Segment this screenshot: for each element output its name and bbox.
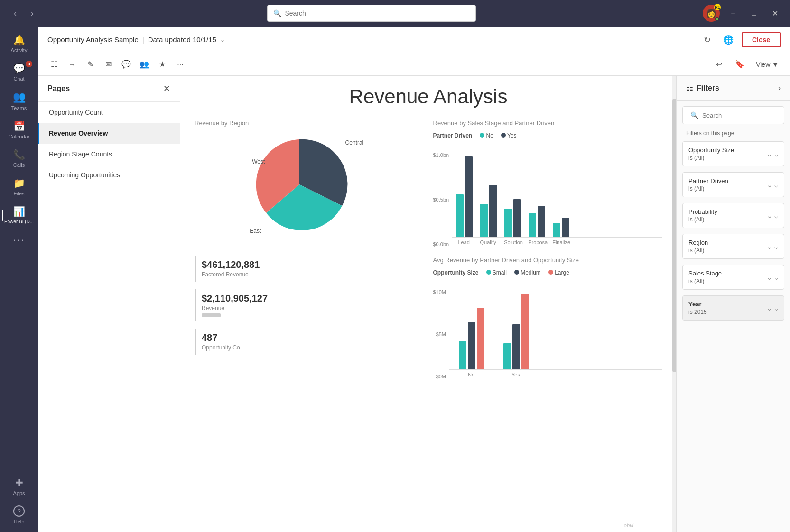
bar-solution-yes[interactable] bbox=[513, 199, 521, 237]
filter-expand-button[interactable]: ⌄ bbox=[767, 274, 772, 281]
kpi-label: Opportunity Co... bbox=[202, 344, 245, 351]
filters-expand-button[interactable]: › bbox=[778, 84, 781, 92]
kpi-revenue: $2,110,905,127 Revenue bbox=[195, 289, 424, 321]
bar-qualify-yes[interactable] bbox=[489, 185, 497, 237]
sidebar-item-files[interactable]: 📁 Files bbox=[2, 174, 36, 200]
avg-bar-yes-large[interactable] bbox=[521, 294, 529, 369]
more-actions-button[interactable]: ··· bbox=[172, 56, 189, 73]
filter-controls: ⌄ ⌵ bbox=[767, 181, 778, 189]
filter-expand-button[interactable]: ⌄ bbox=[767, 181, 772, 189]
bar-legend: Partner Driven No Yes bbox=[433, 132, 662, 139]
sidebar-item-powerbi[interactable]: 📊 Power BI (D... bbox=[2, 202, 36, 228]
page-item-region-stage-counts[interactable]: Region Stage Counts bbox=[38, 144, 180, 165]
kpi-factored-revenue: $461,120,881 Factored Revenue bbox=[195, 256, 424, 282]
nav-arrows: ‹ › bbox=[8, 6, 40, 21]
filter-partner-driven: Partner Driven is (All) ⌄ ⌵ bbox=[682, 172, 784, 197]
filter-expand-button[interactable]: ⌄ bbox=[767, 212, 772, 220]
files-icon: 📁 bbox=[13, 177, 25, 189]
avg-legend-size-label: Opportunity Size bbox=[433, 269, 479, 276]
bar-proposal-yes[interactable] bbox=[538, 206, 545, 237]
global-search-bar[interactable]: 🔍 bbox=[267, 5, 476, 22]
avg-chart-label: Avg Revenue by Partner Driven and Opport… bbox=[433, 257, 662, 264]
comment-button[interactable]: 💬 bbox=[118, 56, 135, 73]
sidebar-item-calls[interactable]: 📞 Calls bbox=[2, 145, 36, 172]
forward-button[interactable]: › bbox=[25, 6, 40, 21]
avg-y-label-bot: $0M bbox=[436, 374, 446, 379]
window-close-button[interactable]: ✕ bbox=[767, 6, 782, 21]
filter-expand-button[interactable]: ⌄ bbox=[767, 304, 772, 312]
avg-bar-no-small[interactable] bbox=[459, 341, 466, 369]
filters-search-bar[interactable]: 🔍 bbox=[682, 106, 784, 124]
avg-bar-yes-small[interactable] bbox=[503, 343, 511, 369]
table-view-button[interactable]: ☷ bbox=[46, 56, 63, 73]
pages-title: Pages bbox=[47, 84, 70, 93]
sidebar-item-chat[interactable]: 💬 Chat 3 bbox=[2, 59, 36, 85]
bar-solution-no[interactable] bbox=[504, 209, 512, 237]
filter-expand-button[interactable]: ⌄ bbox=[767, 150, 772, 158]
filter-clear-button[interactable]: ⌵ bbox=[774, 212, 778, 220]
sidebar-item-apps[interactable]: ✚ Apps bbox=[2, 473, 36, 500]
star-button[interactable]: ★ bbox=[154, 56, 171, 73]
kpi-opportunity-count: 487 Opportunity Co... bbox=[195, 329, 424, 355]
app-header-right: ↻ 🌐 Close bbox=[700, 32, 781, 47]
search-input[interactable] bbox=[285, 9, 470, 17]
refresh-button[interactable]: ↻ bbox=[700, 32, 715, 47]
bar-lead-no[interactable] bbox=[456, 194, 464, 237]
page-item-opportunity-count[interactable]: Opportunity Count bbox=[38, 102, 180, 123]
sidebar-item-calendar[interactable]: 📅 Calendar bbox=[2, 117, 36, 143]
report-area: Pages ✕ Opportunity Count Revenue Overvi… bbox=[38, 76, 790, 532]
filter-clear-button[interactable]: ⌵ bbox=[774, 181, 778, 189]
filter-clear-button[interactable]: ⌵ bbox=[774, 274, 778, 281]
undo-button[interactable]: ↩ bbox=[710, 56, 727, 73]
legend-yes: Yes bbox=[501, 132, 517, 139]
bar-finalize-no[interactable] bbox=[553, 223, 560, 237]
back-button[interactable]: ‹ bbox=[8, 6, 23, 21]
avg-bar-no-medium[interactable] bbox=[468, 322, 475, 369]
west-label: West bbox=[252, 158, 265, 165]
charts-grid: Revenue by Region bbox=[195, 119, 662, 379]
filters-panel: ⚏ Filters › 🔍 Filters on this page Oppor… bbox=[676, 76, 790, 532]
kpi-value: $461,120,881 bbox=[202, 259, 260, 270]
bar-finalize-yes[interactable] bbox=[562, 218, 569, 237]
mail-button[interactable]: ✉ bbox=[100, 56, 117, 73]
content-area: Opportunity Analysis Sample | Data updat… bbox=[38, 27, 790, 532]
minimize-button[interactable]: − bbox=[725, 6, 741, 21]
filter-expand-button[interactable]: ⌄ bbox=[767, 243, 772, 250]
avg-bar-no-large[interactable] bbox=[477, 308, 484, 369]
scroll-indicator[interactable] bbox=[672, 76, 676, 532]
filter-clear-button[interactable]: ⌵ bbox=[774, 150, 778, 158]
avg-bar-legend: Opportunity Size Small Medium Large bbox=[433, 269, 662, 276]
view-dropdown-button[interactable]: View ▼ bbox=[752, 59, 782, 70]
page-item-revenue-overview[interactable]: Revenue Overview bbox=[38, 123, 180, 144]
bar-qualify-no[interactable] bbox=[480, 204, 488, 237]
y-label-mid: $0.5bn bbox=[433, 197, 449, 202]
filter-clear-button[interactable]: ⌵ bbox=[774, 304, 778, 312]
close-button[interactable]: Close bbox=[742, 32, 781, 47]
bar-proposal-no[interactable] bbox=[529, 213, 536, 237]
avg-bar-yes-medium[interactable] bbox=[512, 324, 520, 369]
legend-partner-driven-label: Partner Driven bbox=[433, 132, 473, 139]
filter-clear-button[interactable]: ⌵ bbox=[774, 243, 778, 250]
globe-button[interactable]: 🌐 bbox=[721, 32, 736, 47]
filters-search-input[interactable] bbox=[702, 112, 776, 119]
filter-name: Probability bbox=[688, 208, 717, 215]
title-chevron-icon[interactable]: ⌄ bbox=[220, 37, 225, 43]
bookmark-button[interactable]: 🔖 bbox=[731, 56, 748, 73]
pages-close-button[interactable]: ✕ bbox=[163, 83, 170, 94]
filter-year: Year is 2015 ⌄ ⌵ bbox=[682, 295, 784, 321]
maximize-button[interactable]: □ bbox=[746, 6, 762, 21]
sidebar-item-teams[interactable]: 👥 Teams bbox=[2, 87, 36, 115]
sidebar-item-activity[interactable]: 🔔 Activity bbox=[2, 30, 36, 57]
sidebar-item-more[interactable]: ··· bbox=[2, 230, 36, 250]
page-item-upcoming-opportunities[interactable]: Upcoming Opportunities bbox=[38, 165, 180, 185]
kpi-value: 487 bbox=[202, 332, 245, 343]
filters-title: ⚏ Filters bbox=[686, 83, 719, 92]
forward-arrow-button[interactable]: → bbox=[64, 56, 81, 73]
page-label: Opportunity Count bbox=[49, 109, 103, 116]
teams-share-button[interactable]: 👥 bbox=[136, 56, 153, 73]
edit-button[interactable]: ✎ bbox=[82, 56, 99, 73]
sidebar-item-help[interactable]: ? Help bbox=[2, 502, 36, 528]
bar-pair bbox=[480, 185, 497, 237]
avatar[interactable]: 👩 R1 bbox=[703, 5, 720, 22]
bar-lead-yes[interactable] bbox=[465, 156, 473, 237]
